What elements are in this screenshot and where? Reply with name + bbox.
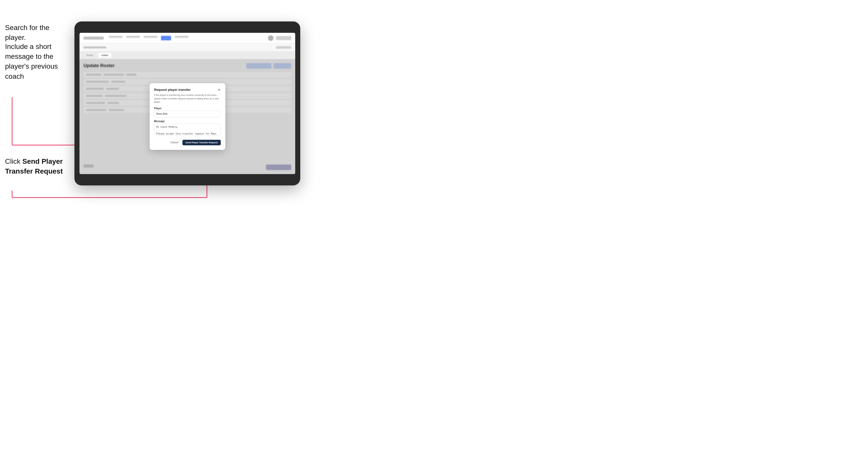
app-logo [84,37,104,40]
message-textarea[interactable]: Hi Coach McHarg, Please accept this tran… [154,124,221,136]
cancel-button[interactable]: Cancel [168,140,180,145]
nav-item-2 [126,36,140,38]
main-content: Update Roster [80,59,295,174]
modal-close-button[interactable]: ✕ [218,88,221,92]
player-label: Player [154,107,221,110]
annotation-message: Include a short message to the player's … [5,42,73,81]
send-transfer-request-button[interactable]: Send Player Transfer Request [182,140,221,145]
header-right [268,35,291,41]
nav-item-3 [144,36,157,38]
nav-item-5 [175,36,188,38]
sub-header-right [276,46,291,49]
tablet-device: Roster Active Update Roster [74,22,300,185]
sub-header [80,43,295,52]
nav-item-active [161,36,171,40]
nav-item-1 [109,36,123,38]
breadcrumb-1 [84,46,106,49]
tab-bar: Roster Active [80,52,295,59]
tablet-screen: Roster Active Update Roster [80,33,295,174]
annotation-click: Click Send Player Transfer Request [5,156,66,176]
annotation-search: Search for the player. [5,23,71,42]
modal-description: If the player is transferring from anoth… [154,94,221,104]
header-button [276,36,291,40]
nav-items [109,36,268,40]
modal-actions: Cancel Send Player Transfer Request [154,140,221,145]
user-avatar [268,35,274,41]
modal-title: Request player transfer [154,88,191,92]
message-label: Message [154,120,221,123]
player-input[interactable] [154,111,221,117]
modal-overlay: Request player transfer ✕ If the player … [80,59,295,174]
tab-active: Active [98,53,111,58]
tab-roster: Roster [84,53,96,58]
app-header [80,33,295,43]
request-transfer-modal: Request player transfer ✕ If the player … [150,83,225,150]
modal-header: Request player transfer ✕ [154,88,221,92]
